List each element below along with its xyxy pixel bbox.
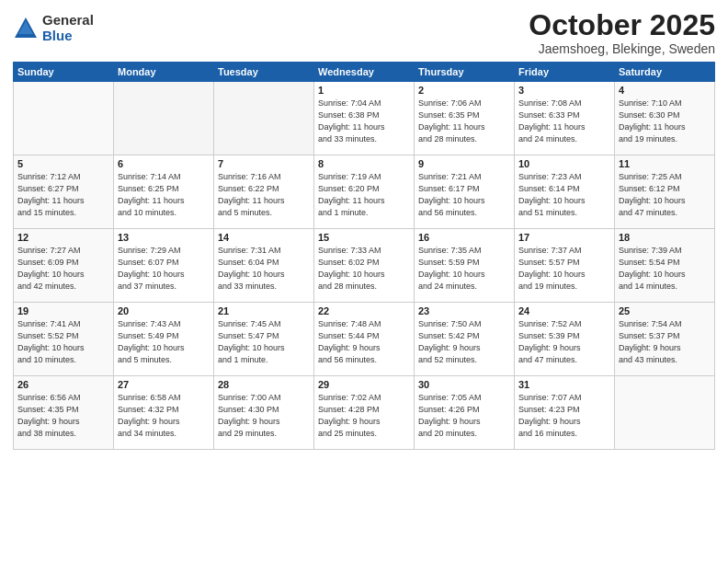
table-row: 8Sunrise: 7:19 AM Sunset: 6:20 PM Daylig… [314,155,415,229]
header-thursday: Thursday [415,63,515,82]
table-row: 4Sunrise: 7:10 AM Sunset: 6:30 PM Daylig… [615,82,715,155]
day-info: Sunrise: 7:35 AM Sunset: 5:59 PM Dayligh… [418,245,510,293]
table-row: 24Sunrise: 7:52 AM Sunset: 5:39 PM Dayli… [515,303,615,376]
table-row: 6Sunrise: 7:14 AM Sunset: 6:25 PM Daylig… [114,155,214,229]
day-number: 16 [418,232,510,243]
day-info: Sunrise: 7:52 AM Sunset: 5:39 PM Dayligh… [518,318,610,366]
table-row: 30Sunrise: 7:05 AM Sunset: 4:26 PM Dayli… [415,376,515,450]
day-info: Sunrise: 7:50 AM Sunset: 5:42 PM Dayligh… [418,318,510,366]
table-row: 9Sunrise: 7:21 AM Sunset: 6:17 PM Daylig… [415,155,515,229]
day-number: 25 [619,305,711,316]
table-row: 2Sunrise: 7:06 AM Sunset: 6:35 PM Daylig… [415,82,515,155]
day-number: 22 [318,305,410,316]
header-wednesday: Wednesday [314,63,415,82]
table-row [615,376,715,450]
table-row: 1Sunrise: 7:04 AM Sunset: 6:38 PM Daylig… [314,82,415,155]
table-row [114,82,214,155]
day-number: 1 [318,85,410,96]
table-row: 22Sunrise: 7:48 AM Sunset: 5:44 PM Dayli… [314,303,415,376]
subtitle: Jaemshoeg, Blekinge, Sweden [529,41,715,56]
table-row: 25Sunrise: 7:54 AM Sunset: 5:37 PM Dayli… [615,303,715,376]
page-container: General Blue October 2025 Jaemshoeg, Ble… [0,0,728,563]
day-info: Sunrise: 7:14 AM Sunset: 6:25 PM Dayligh… [118,171,210,219]
day-number: 4 [619,85,711,96]
table-row: 23Sunrise: 7:50 AM Sunset: 5:42 PM Dayli… [415,303,515,376]
table-row: 26Sunrise: 6:56 AM Sunset: 4:35 PM Dayli… [14,376,114,450]
day-info: Sunrise: 7:39 AM Sunset: 5:54 PM Dayligh… [619,245,711,293]
table-row [214,82,314,155]
day-info: Sunrise: 7:12 AM Sunset: 6:27 PM Dayligh… [17,171,109,219]
table-row: 18Sunrise: 7:39 AM Sunset: 5:54 PM Dayli… [615,229,715,303]
day-number: 13 [118,232,210,243]
calendar-week-row: 1Sunrise: 7:04 AM Sunset: 6:38 PM Daylig… [14,82,715,155]
table-row: 7Sunrise: 7:16 AM Sunset: 6:22 PM Daylig… [214,155,314,229]
day-info: Sunrise: 7:43 AM Sunset: 5:49 PM Dayligh… [118,318,210,366]
header: General Blue October 2025 Jaemshoeg, Ble… [13,9,715,56]
day-info: Sunrise: 7:27 AM Sunset: 6:09 PM Dayligh… [17,245,109,293]
day-info: Sunrise: 7:05 AM Sunset: 4:26 PM Dayligh… [418,392,510,440]
day-info: Sunrise: 7:00 AM Sunset: 4:30 PM Dayligh… [218,392,310,440]
calendar-header-row: Sunday Monday Tuesday Wednesday Thursday… [14,63,715,82]
header-tuesday: Tuesday [214,63,314,82]
day-info: Sunrise: 7:04 AM Sunset: 6:38 PM Dayligh… [318,98,410,145]
table-row: 13Sunrise: 7:29 AM Sunset: 6:07 PM Dayli… [114,229,214,303]
day-info: Sunrise: 7:54 AM Sunset: 5:37 PM Dayligh… [619,318,711,366]
day-info: Sunrise: 7:06 AM Sunset: 6:35 PM Dayligh… [418,98,510,145]
table-row: 14Sunrise: 7:31 AM Sunset: 6:04 PM Dayli… [214,229,314,303]
day-info: Sunrise: 7:02 AM Sunset: 4:28 PM Dayligh… [318,392,410,440]
day-number: 20 [118,305,210,316]
logo-general: General [42,13,94,29]
logo: General Blue [13,13,94,43]
day-info: Sunrise: 7:31 AM Sunset: 6:04 PM Dayligh… [218,245,310,293]
header-saturday: Saturday [615,63,715,82]
day-info: Sunrise: 7:33 AM Sunset: 6:02 PM Dayligh… [318,245,410,293]
table-row: 28Sunrise: 7:00 AM Sunset: 4:30 PM Dayli… [214,376,314,450]
table-row: 12Sunrise: 7:27 AM Sunset: 6:09 PM Dayli… [14,229,114,303]
calendar-week-row: 26Sunrise: 6:56 AM Sunset: 4:35 PM Dayli… [14,376,715,450]
table-row: 5Sunrise: 7:12 AM Sunset: 6:27 PM Daylig… [14,155,114,229]
day-info: Sunrise: 7:25 AM Sunset: 6:12 PM Dayligh… [619,171,711,219]
logo-blue: Blue [42,29,94,44]
day-number: 5 [17,158,109,169]
table-row [14,82,114,155]
day-info: Sunrise: 7:16 AM Sunset: 6:22 PM Dayligh… [218,171,310,219]
table-row: 15Sunrise: 7:33 AM Sunset: 6:02 PM Dayli… [314,229,415,303]
day-number: 10 [518,158,610,169]
month-title: October 2025 [529,9,715,41]
header-monday: Monday [114,63,214,82]
calendar-week-row: 19Sunrise: 7:41 AM Sunset: 5:52 PM Dayli… [14,303,715,376]
day-number: 17 [518,232,610,243]
day-number: 11 [619,158,711,169]
day-number: 15 [318,232,410,243]
day-info: Sunrise: 7:45 AM Sunset: 5:47 PM Dayligh… [218,318,310,366]
calendar-table: Sunday Monday Tuesday Wednesday Thursday… [13,62,715,450]
day-number: 28 [218,379,310,390]
day-number: 14 [218,232,310,243]
day-number: 21 [218,305,310,316]
table-row: 16Sunrise: 7:35 AM Sunset: 5:59 PM Dayli… [415,229,515,303]
day-info: Sunrise: 7:21 AM Sunset: 6:17 PM Dayligh… [418,171,510,219]
day-info: Sunrise: 7:23 AM Sunset: 6:14 PM Dayligh… [518,171,610,219]
table-row: 31Sunrise: 7:07 AM Sunset: 4:23 PM Dayli… [515,376,615,450]
day-info: Sunrise: 6:58 AM Sunset: 4:32 PM Dayligh… [118,392,210,440]
day-info: Sunrise: 7:37 AM Sunset: 5:57 PM Dayligh… [518,245,610,293]
day-number: 3 [518,85,610,96]
day-number: 18 [619,232,711,243]
table-row: 10Sunrise: 7:23 AM Sunset: 6:14 PM Dayli… [515,155,615,229]
table-row: 20Sunrise: 7:43 AM Sunset: 5:49 PM Dayli… [114,303,214,376]
day-number: 31 [518,379,610,390]
day-number: 24 [518,305,610,316]
day-number: 30 [418,379,510,390]
table-row: 29Sunrise: 7:02 AM Sunset: 4:28 PM Dayli… [314,376,415,450]
table-row: 27Sunrise: 6:58 AM Sunset: 4:32 PM Dayli… [114,376,214,450]
table-row: 19Sunrise: 7:41 AM Sunset: 5:52 PM Dayli… [14,303,114,376]
day-number: 7 [218,158,310,169]
day-number: 2 [418,85,510,96]
day-info: Sunrise: 7:10 AM Sunset: 6:30 PM Dayligh… [619,98,711,145]
day-info: Sunrise: 7:29 AM Sunset: 6:07 PM Dayligh… [118,245,210,293]
day-number: 6 [118,158,210,169]
day-info: Sunrise: 7:07 AM Sunset: 4:23 PM Dayligh… [518,392,610,440]
table-row: 21Sunrise: 7:45 AM Sunset: 5:47 PM Dayli… [214,303,314,376]
day-number: 26 [17,379,109,390]
table-row: 11Sunrise: 7:25 AM Sunset: 6:12 PM Dayli… [615,155,715,229]
